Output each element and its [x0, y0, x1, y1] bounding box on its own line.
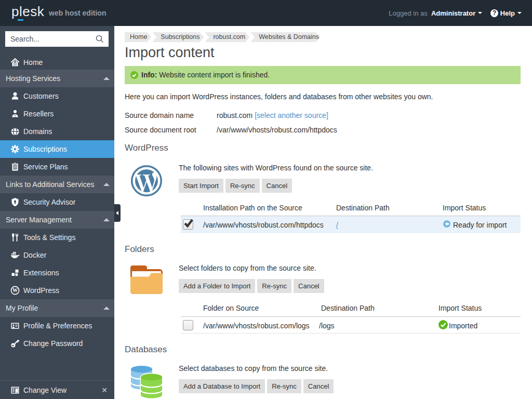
svg-text:W: W: [12, 287, 18, 293]
